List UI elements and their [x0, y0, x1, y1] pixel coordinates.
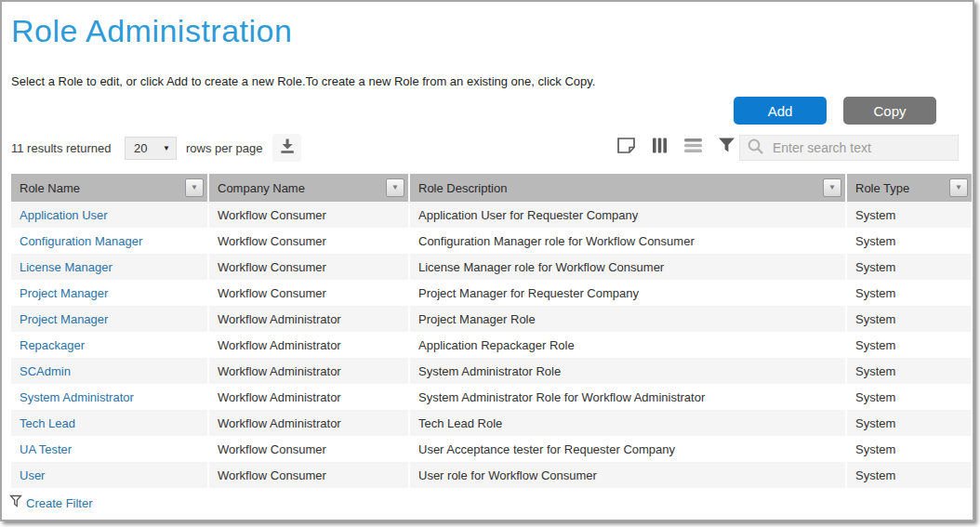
column-header-label: Role Name: [20, 181, 80, 195]
table-cell: System Administrator Role for Workflow A…: [409, 384, 846, 410]
column-header-label: Role Type: [855, 181, 909, 195]
table-cell: System: [846, 228, 972, 254]
table-cell: Project Manager Role: [409, 306, 846, 332]
table-cell: System: [846, 384, 972, 410]
table-cell: User Acceptance tester for Requester Com…: [409, 436, 846, 462]
create-filter-icon: [9, 494, 22, 512]
column-chooser-icon: [651, 137, 669, 158]
column-header-role-type[interactable]: Role Type ▼: [846, 174, 972, 202]
table-cell: License Manager: [11, 254, 208, 280]
role-name-link[interactable]: SCAdmin: [20, 364, 71, 378]
filter-icon: [718, 137, 735, 157]
chevron-down-icon: ▼: [191, 184, 198, 191]
column-header-role-description[interactable]: Role Description ▼: [409, 174, 846, 202]
table-cell: Tech Lead Role: [409, 410, 846, 436]
role-administration-window: Role Administration Select a Role to edi…: [0, 0, 974, 521]
chevron-down-icon: ▼: [955, 184, 962, 191]
search-box: [739, 135, 959, 161]
table-cell: Workflow Consumer: [208, 228, 409, 254]
role-name-link[interactable]: Project Manager: [20, 286, 108, 300]
results-count: 11 results returned: [11, 141, 111, 155]
table-row: UserWorkflow ConsumerUser role for Workf…: [11, 462, 972, 488]
filter-button[interactable]: [716, 137, 736, 157]
table-cell: License Manager role for Workflow Consum…: [409, 254, 846, 280]
role-name-link[interactable]: UA Tester: [20, 442, 72, 456]
table-cell: Configuration Manager role for Workflow …: [409, 228, 846, 254]
table-cell: SCAdmin: [11, 358, 208, 384]
table-row: RepackagerWorkflow AdministratorApplicat…: [11, 332, 972, 358]
rows-per-page-select[interactable]: 20 ▼: [125, 137, 177, 160]
column-dropdown-button[interactable]: ▼: [185, 178, 204, 197]
group-rows-button[interactable]: [682, 137, 703, 157]
table-cell: System: [846, 436, 972, 462]
role-name-link[interactable]: Tech Lead: [20, 416, 75, 430]
role-name-link[interactable]: Project Manager: [20, 312, 108, 326]
role-name-link[interactable]: Configuration Manager: [20, 234, 142, 248]
table-cell: Workflow Administrator: [208, 332, 409, 358]
table-cell: System: [846, 254, 972, 280]
group-rows-icon: [683, 138, 703, 157]
create-filter-label: Create Filter: [26, 496, 93, 510]
page-layout-icon: [616, 137, 636, 158]
column-chooser-button[interactable]: [649, 137, 669, 157]
search-input[interactable]: [764, 140, 958, 155]
rows-per-page-label: rows per page: [186, 141, 262, 155]
table-row: Project ManagerWorkflow AdministratorPro…: [11, 306, 972, 332]
column-header-label: Company Name: [218, 181, 305, 195]
column-header-company-name[interactable]: Company Name ▼: [208, 174, 409, 202]
role-name-link[interactable]: System Administrator: [20, 390, 134, 404]
table-cell: Workflow Consumer: [208, 462, 409, 488]
table-body: Application UserWorkflow ConsumerApplica…: [11, 202, 972, 488]
export-icon: [278, 137, 297, 159]
search-icon: [740, 138, 764, 159]
table-cell: Workflow Consumer: [208, 254, 409, 280]
column-header-label: Role Description: [418, 181, 507, 195]
table-cell: Application User for Requester Company: [409, 202, 846, 228]
table-cell: Project Manager for Requester Company: [409, 280, 846, 306]
table-cell: Application Repackager Role: [409, 332, 846, 358]
table-cell: Configuration Manager: [11, 228, 208, 254]
table-cell: System: [846, 306, 972, 332]
page-layout-button[interactable]: [616, 137, 636, 157]
table-cell: System: [846, 202, 972, 228]
table-cell: User role for Workflow Consumer: [409, 462, 846, 488]
table-cell: Project Manager: [11, 280, 208, 306]
page-title: Role Administration: [11, 13, 292, 49]
table-cell: System Administrator: [11, 384, 208, 410]
role-name-link[interactable]: Application User: [20, 208, 108, 222]
table-row: SCAdminWorkflow AdministratorSystem Admi…: [11, 358, 972, 384]
copy-button[interactable]: Copy: [843, 97, 936, 125]
roles-table: Role Name ▼ Company Name ▼ Role Descript…: [11, 174, 972, 488]
add-button[interactable]: Add: [734, 97, 827, 125]
grid-toolbar: 11 results returned 20 ▼ rows per page: [2, 134, 973, 164]
table-cell: Workflow Consumer: [208, 202, 409, 228]
chevron-down-icon: ▼: [391, 184, 399, 191]
table-row: Tech LeadWorkflow AdministratorTech Lead…: [11, 410, 972, 436]
table-cell: System: [846, 332, 972, 358]
action-buttons: Add Copy: [734, 97, 936, 125]
role-name-link[interactable]: Repackager: [20, 338, 85, 352]
column-header-role-name[interactable]: Role Name ▼: [11, 174, 208, 202]
create-filter-link[interactable]: Create Filter: [9, 494, 93, 512]
table-cell: System: [846, 462, 972, 488]
table-header-row: Role Name ▼ Company Name ▼ Role Descript…: [11, 174, 972, 202]
column-dropdown-button[interactable]: ▼: [949, 178, 968, 197]
table-cell: Application User: [11, 202, 208, 228]
chevron-down-icon: ▼: [828, 184, 836, 191]
table-row: Configuration ManagerWorkflow ConsumerCo…: [11, 228, 972, 254]
role-name-link[interactable]: User: [20, 468, 45, 482]
table-cell: Repackager: [11, 332, 208, 358]
table-cell: System Administrator Role: [409, 358, 846, 384]
page-subtitle: Select a Role to edit, or click Add to c…: [11, 74, 595, 88]
table-row: License ManagerWorkflow ConsumerLicense …: [11, 254, 972, 280]
table-cell: Workflow Consumer: [208, 280, 409, 306]
export-button[interactable]: [272, 134, 301, 162]
table-row: System AdministratorWorkflow Administrat…: [11, 384, 972, 410]
role-name-link[interactable]: License Manager: [20, 260, 113, 274]
table-cell: Workflow Consumer: [208, 436, 409, 462]
table-row: Project ManagerWorkflow ConsumerProject …: [11, 280, 972, 306]
column-dropdown-button[interactable]: ▼: [823, 178, 841, 197]
table-row: UA TesterWorkflow ConsumerUser Acceptanc…: [11, 436, 972, 462]
table-cell: Workflow Administrator: [208, 306, 409, 332]
column-dropdown-button[interactable]: ▼: [386, 178, 404, 197]
